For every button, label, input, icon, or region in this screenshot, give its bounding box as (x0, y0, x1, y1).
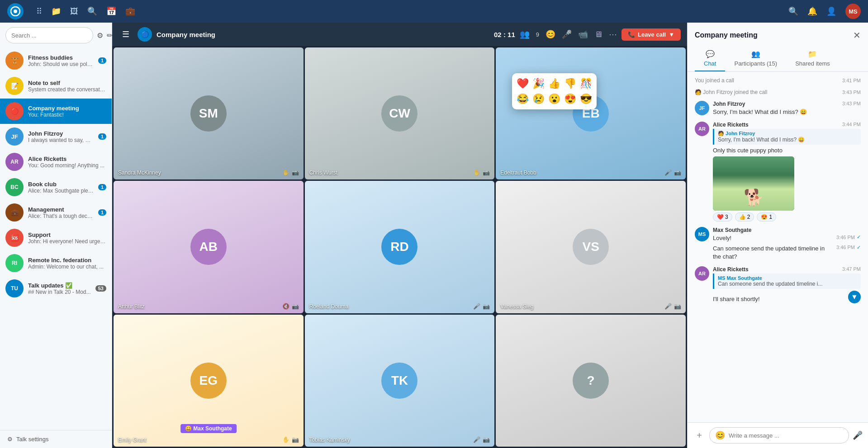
message-input[interactable] (729, 432, 843, 439)
message-sender: Alice Ricketts (713, 266, 749, 273)
heart-reaction[interactable]: ❤️ 3 (713, 212, 732, 222)
unread-badge: 1 (98, 133, 106, 140)
confetti-emoji[interactable]: 🎊 (579, 77, 593, 90)
right-panel: Company meeting ✕ 💬 Chat 👥 Participants … (687, 23, 868, 448)
main-layout: ⚙ ✏ 🏋 Fitness buddies John: Should we us… (0, 23, 868, 448)
hand-icon: ✋ (282, 436, 289, 443)
participants-tab-icon: 👥 (751, 50, 760, 58)
unread-badge: 1 (98, 209, 106, 216)
participants-icon: 👥 (520, 29, 530, 39)
filter-button[interactable]: ⚙ (97, 28, 103, 42)
list-item[interactable]: 💼 Management Alice: That's a tough decis… (0, 200, 112, 225)
voice-message-button[interactable]: 🎤 (853, 430, 863, 440)
love-emoji[interactable]: 😍 (563, 92, 577, 106)
talk-settings-button[interactable]: ⚙ Talk settings (0, 430, 112, 448)
scroll-down-button[interactable]: ▼ (848, 291, 861, 303)
close-panel-button[interactable]: ✕ (853, 30, 861, 41)
cell-icons: ✋ 📷 (282, 436, 299, 443)
cry-emoji[interactable]: 😢 (531, 92, 545, 106)
shared-tab-label: Shared items (795, 60, 830, 67)
reaction-count: 3 (725, 214, 728, 220)
video-muted-icon: 📷 (292, 436, 299, 443)
message-block: AR Alice Ricketts 3:44 PM 🧑 John Fitzroy… (695, 122, 861, 222)
video-cell: SM Sandra McKinney ✋ 📷 (114, 47, 304, 179)
thumbsdown-emoji[interactable]: 👎 (563, 77, 577, 90)
mic-icon[interactable]: 🎤 (562, 29, 572, 39)
participant-name: Arthur Blitz (118, 303, 145, 310)
contacts-icon[interactable]: 👤 (826, 6, 836, 16)
avatar: 🆘 (5, 229, 24, 247)
avatar: JF (5, 127, 24, 146)
list-item[interactable]: AR Alice Ricketts You: Good morning! Any… (0, 149, 112, 174)
add-attachment-button[interactable]: + (693, 429, 706, 442)
briefcase-icon[interactable]: 💼 (125, 6, 135, 16)
participant-name: Emily Grant (118, 437, 147, 443)
tab-shared[interactable]: 📁 Shared items (786, 46, 839, 71)
list-item[interactable]: RI Remote Inc. federation Admin: Welcome… (0, 250, 112, 276)
message-block: JF John Fitzroy 3:43 PM Sorry, I'm back!… (695, 101, 861, 116)
cool-emoji[interactable]: 😎 (579, 92, 593, 106)
list-item[interactable]: TU Talk updates ✅ ## New in Talk 20 - Mo… (0, 276, 112, 301)
reactions-row: ❤️ 3 👍 2 😍 1 (713, 212, 861, 222)
list-item[interactable]: 🔴 Company meeting You: Fantastic! (0, 99, 112, 124)
message-text: I'll share it shortly! (713, 295, 760, 303)
sidebar-header: ⚙ ✏ (0, 23, 112, 48)
message-content: Max Southgate Lovely! 3:46 PM ✓ Can some… (713, 227, 861, 261)
tab-chat[interactable]: 💬 Chat (695, 46, 725, 71)
camera-icon[interactable]: 📹 (578, 29, 588, 39)
folder-icon[interactable]: 📁 (51, 6, 61, 16)
system-message: You joined a call 3:41 PM (695, 77, 861, 84)
screen-share-icon[interactable]: 🖥 (594, 30, 602, 39)
video-icon: 📷 (483, 303, 490, 310)
thumbsup-emoji[interactable]: 👍 (547, 77, 561, 90)
love-reaction[interactable]: 😍 1 (757, 212, 776, 222)
wow-emoji[interactable]: 😮 (547, 92, 561, 106)
participant-name: Edeltraut Bobb (500, 170, 536, 176)
menu-button[interactable]: ☰ (119, 27, 133, 42)
avatar: AR (5, 153, 24, 171)
search-input[interactable] (5, 27, 93, 43)
app-logo[interactable] (7, 3, 24, 19)
heart-emoji[interactable]: ❤️ (516, 77, 530, 90)
laugh-emoji[interactable]: 😂 (516, 92, 530, 106)
chat-name: Alice Ricketts (28, 156, 106, 162)
cell-icons: 🎤 📷 (473, 436, 490, 443)
list-item[interactable]: JF John Fitzroy I always wanted to say, … (0, 124, 112, 149)
list-item[interactable]: 🆘 Support John: Hi everyone! Need urgen.… (0, 225, 112, 250)
thumbsup-reaction[interactable]: 👍 2 (735, 212, 754, 222)
list-item[interactable]: 🏋 Fitness buddies John: Should we use po… (0, 48, 112, 73)
video-icon: 📷 (483, 436, 490, 443)
tabs-row: 💬 Chat 👥 Participants (15) 📁 Shared item… (695, 46, 861, 71)
party-emoji[interactable]: 🎉 (531, 77, 545, 90)
bell-icon[interactable]: 🔔 (807, 6, 817, 16)
image-icon[interactable]: 🖼 (70, 7, 78, 16)
hand-icon: ✋ (473, 169, 480, 176)
message-sender: Alice Ricketts (713, 122, 749, 128)
nav-icons: ⠿ 📁 🖼 🔍 📅 💼 (36, 6, 135, 16)
sidebar: ⚙ ✏ 🏋 Fitness buddies John: Should we us… (0, 23, 112, 448)
chat-tab-label: Chat (704, 60, 716, 67)
meeting-icon: 🔵 (138, 27, 152, 42)
video-icon: 📷 (483, 169, 490, 176)
chat-preview: You: Good morning! Anything ... (28, 162, 106, 169)
tab-participants[interactable]: 👥 Participants (15) (725, 46, 786, 71)
message-block: MS Max Southgate Lovely! 3:46 PM ✓ Can s… (695, 227, 861, 261)
chat-list: 🏋 Fitness buddies John: Should we use po… (0, 48, 112, 430)
message-time: 3:47 PM (842, 266, 861, 272)
list-item[interactable]: BC Book club Alice: Max Southgate plea..… (0, 174, 112, 200)
grid-icon[interactable]: ⠿ (36, 6, 42, 16)
more-options-icon[interactable]: ⋯ (609, 29, 617, 39)
emoji-button[interactable]: 😊 (545, 29, 555, 39)
emoji-row-1: ❤️ 🎉 👍 👎 🎊 (516, 77, 593, 90)
leave-call-button[interactable]: 📞 Leave call ▼ (621, 28, 681, 41)
user-avatar[interactable]: MS (845, 4, 861, 19)
calendar-icon[interactable]: 📅 (106, 6, 116, 16)
settings-label: Talk settings (16, 436, 49, 443)
search-circle-icon[interactable]: 🔍 (87, 6, 97, 16)
message-time: 3:46 PM (836, 245, 855, 250)
quote-sender: 🧑 John Fitzroy (718, 131, 857, 137)
list-item[interactable]: 📝 Note to self System created the conver… (0, 73, 112, 99)
emoji-picker-button[interactable]: 😊 (715, 430, 725, 440)
participants-tab-label: Participants (15) (734, 60, 777, 67)
search-icon[interactable]: 🔍 (788, 6, 798, 16)
